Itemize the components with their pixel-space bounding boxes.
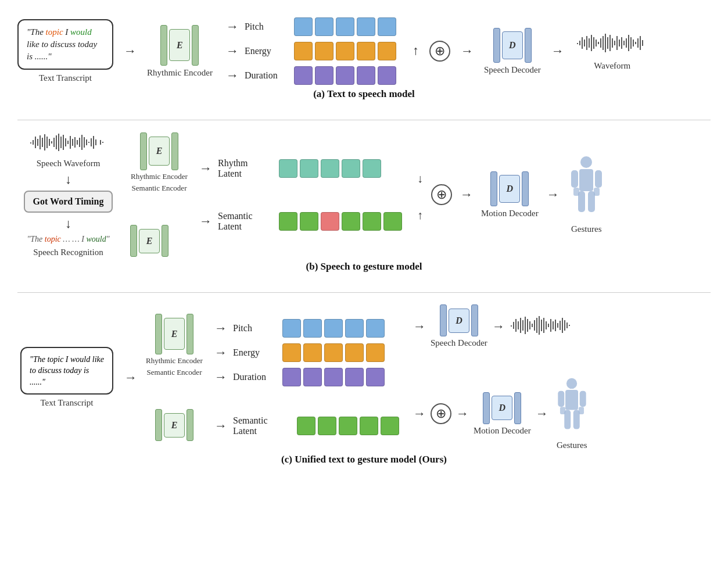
svg-rect-103 [579,407,584,414]
rhythmic-encoder-c: E [155,314,193,354]
svg-rect-68 [573,188,579,196]
duration-block-5 [378,66,396,85]
dec-side-left-a [493,28,500,63]
pitch-blocks-a [294,17,396,36]
pitch-block-1 [294,17,313,36]
section-c: "The topic I would like to discuss today… [17,299,711,479]
semantic-latent-label-c: Semantic Latent [233,415,291,436]
rhythmic-encoder-label-a: Rhythmic Encoder [147,68,213,78]
feature-energy-a: Energy [226,42,396,60]
section-title-b: (b) Speech to gesture model [17,261,711,273]
gestures-label-b: Gestures [571,224,602,234]
arrow-duration [226,68,239,83]
semantic-encoder-label-b: Semantic Encoder [130,184,188,193]
rhythmic-encoder-a: E [160,25,199,66]
arrow-b3 [547,187,560,202]
energy-block-2 [315,42,333,60]
section-title-a: (a) Text to speech model [17,88,711,100]
human-figure-c [553,377,591,438]
pitch-block-2 [315,17,333,36]
semantic-latent-row: Semantic Latent [199,211,402,232]
speech-decoder-label-c: Speech Decoder [431,338,487,348]
svg-point-96 [566,378,577,389]
gestures-label-c: Gestures [557,440,587,450]
duration-block-1 [294,66,313,85]
feature-duration-a: Duration [226,66,396,85]
motion-decoder-c: D [483,392,521,424]
enc-side-right-a [192,25,199,66]
energy-block-5 [378,42,396,60]
arrow-down-b1: ↓ [65,172,71,187]
svg-rect-97 [565,390,578,410]
arrow-c1 [124,370,137,385]
rhythmic-encoder-b: E [140,132,178,170]
speech-decoder-label-a: Speech Decoder [484,65,541,75]
speech-recognition-label-b: Speech Recognition [33,248,103,257]
duration-block-4 [357,66,375,85]
rhythmic-encoder-label-b: Rhythmic Encoder [130,172,188,182]
svg-rect-102 [560,407,565,414]
feature-pitch-c: Pitch [214,319,399,338]
duration-block-2 [315,66,333,85]
feature-duration-c: Duration [214,368,399,386]
arrow-pitch [226,19,239,34]
enc-main-a: E [169,29,190,61]
pitch-block-4 [357,17,375,36]
plus-circle-a: ⊕ [429,41,450,62]
svg-rect-63 [579,169,593,191]
waveform-c [510,315,573,338]
speech-bubble-c: "The topic I would like to discuss today… [20,347,113,395]
divider-bc [17,292,711,293]
semantic-encoder-c: E [155,409,193,441]
duration-block-3 [336,66,354,85]
dec-main-a: D [502,31,523,59]
rhythmic-encoder-label-c: Rhythmic Encoder [145,356,203,366]
feature-pitch-a: Pitch [226,17,396,36]
text-transcript-label-a: Text Transcript [39,73,92,83]
waveform-label-a: Waveform [594,61,630,71]
arrow-a3 [551,44,564,59]
speech-decoder-c: D [440,304,478,336]
got-word-timing-box: Got Word Timing [24,191,113,213]
divider-ab [17,120,711,120]
semantic-latent-blocks [279,212,402,231]
energy-block-1 [294,42,313,60]
semantic-encoder-label-c: Semantic Encoder [145,368,203,378]
motion-decoder-b: D [490,171,529,206]
speech-rec-display: "The topic … … I would" [27,235,109,244]
arrow-a2 [461,44,474,59]
energy-block-3 [336,42,354,60]
speech-waveform-label-b: Speech Waveform [37,159,101,169]
duration-blocks-a [294,66,396,85]
energy-label-a: Energy [245,46,288,56]
plus-circle-b: ⊕ [431,184,452,205]
arrow-b2 [460,187,473,202]
pitch-label-a: Pitch [245,21,288,32]
diagram-container: "The topic I would like to discuss today… [0,0,728,491]
arrow-down-b2: ↓ [65,216,71,231]
energy-blocks-a [294,42,396,60]
svg-rect-65 [595,170,602,188]
plus-circle-c: ⊕ [431,403,451,424]
section-title-c: (c) Unified text to gesture model (Ours) [17,454,711,465]
speech-waveform-b [28,132,109,155]
svg-rect-69 [594,188,600,196]
pitch-block-5 [378,17,396,36]
svg-rect-98 [558,391,564,407]
svg-point-62 [580,156,592,168]
pitch-block-3 [336,17,354,36]
rhythm-latent-label: Rhythm Latent [218,158,273,179]
enc-side-left-a [160,25,167,66]
rhythm-latent-row: Rhythm Latent [199,158,402,179]
waveform-a [575,31,650,59]
energy-block-4 [357,42,375,60]
svg-rect-64 [571,170,578,188]
duration-label-a: Duration [245,70,288,81]
arrow-energy [226,44,239,59]
text-transcript-label-c: Text Transcript [40,398,93,408]
human-figure-b [568,155,605,222]
semantic-latent-label-b: Semantic Latent [218,211,273,232]
speech-decoder-a: D [493,28,532,63]
motion-decoder-label-b: Motion Decoder [481,209,539,218]
section-a: "The topic I would like to discuss today… [17,12,711,114]
